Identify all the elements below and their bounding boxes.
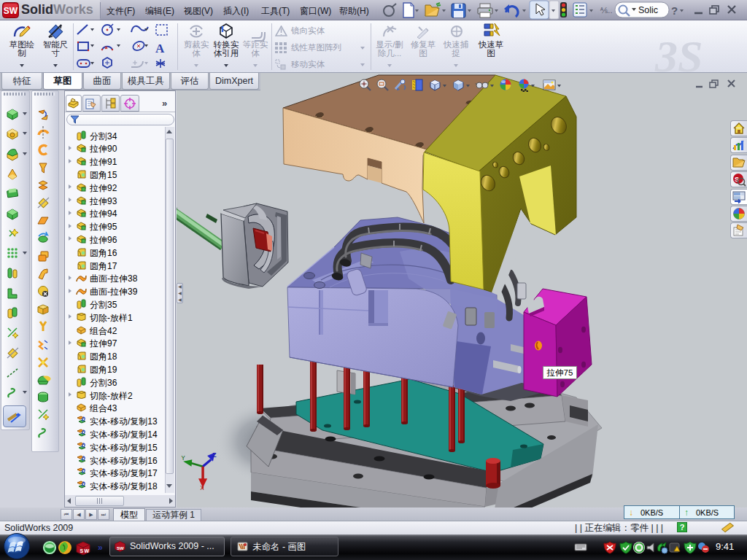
svg-text:⅍..: ⅍.. — [600, 6, 612, 15]
svg-text:Solic: Solic — [638, 5, 658, 15]
svg-text:X: X — [201, 485, 205, 490]
svg-text:Z: Z — [212, 451, 217, 459]
svg-text:SW: SW — [117, 546, 124, 551]
svg-text:W: W — [85, 548, 90, 553]
svg-text:A: A — [155, 42, 165, 55]
svg-text:»: » — [98, 542, 103, 553]
svg-text:SW: SW — [4, 6, 18, 16]
svg-text:?: ? — [671, 4, 678, 17]
svg-text:!: ! — [679, 547, 681, 551]
svg-text:Y: Y — [182, 455, 186, 462]
svg-text:S: S — [80, 548, 84, 553]
